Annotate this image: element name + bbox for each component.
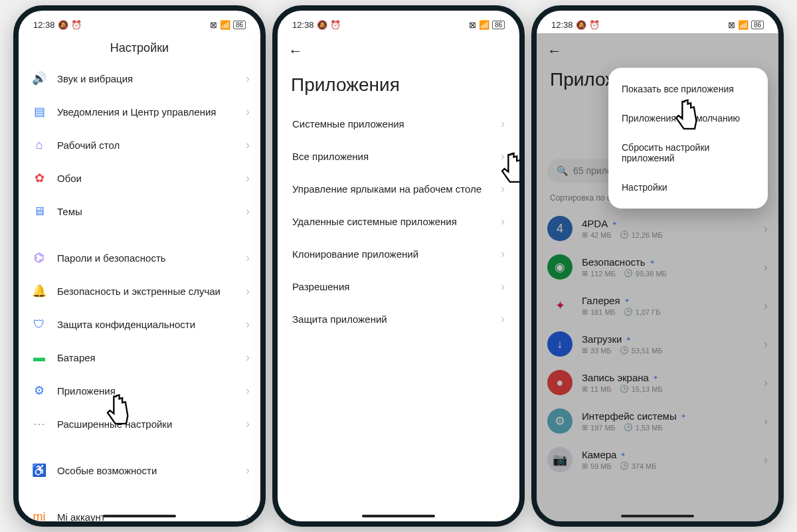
row-icon: ▤ [31,103,48,120]
row-icon: ⚙ [31,382,48,399]
status-time: 12:38 [33,20,55,30]
settings-row[interactable]: 🛡Защита конфиденциальности› [21,308,258,341]
status-bar: 12:38 🔕 ⏰ ⊠ 📶 86 [19,11,260,33]
row-icon: 🛡 [31,315,48,333]
row-icon: ⋯ [31,415,48,432]
row-label: Рабочий стол [57,139,246,151]
chevron-right-icon: › [246,317,250,331]
row-label: Звук и вибрация [57,73,246,84]
apps-submenu-row[interactable]: Все приложения› [282,140,515,173]
menu-item[interactable]: Сбросить настройки приложений [608,133,768,173]
status-bar: 12:38 🔕 ⏰ ⊠ 📶 86 [278,11,519,33]
status-time: 12:38 [551,20,573,30]
menu-item[interactable]: Приложения по умолчанию [608,104,768,133]
row-icon: mi [31,508,48,521]
wifi-icon: 📶 [479,20,489,30]
row-label: Управление ярлыками на рабочем столе [292,183,482,195]
apps-submenu-row[interactable]: Системные приложения› [282,108,515,140]
settings-row[interactable]: ⌂Рабочий стол› [21,128,258,161]
row-label: Удаленные системные приложения [292,216,457,227]
home-indicator[interactable] [621,515,694,517]
settings-row[interactable]: miMi аккаунт› [21,500,258,521]
vowifi-icon: ⊠ [210,20,217,30]
chevron-right-icon: › [501,312,505,326]
battery-icon: 86 [751,21,764,29]
chevron-right-icon: › [501,215,505,228]
chevron-right-icon: › [501,280,505,294]
wifi-icon: 📶 [738,20,749,30]
row-icon: ⌂ [31,136,48,153]
menu-item[interactable]: Настройки [608,173,768,202]
row-icon: ✿ [31,169,48,187]
row-label: Обои [57,173,246,184]
chevron-right-icon: › [246,171,250,185]
settings-row[interactable]: ♿Особые возможности› [21,454,258,487]
chevron-right-icon: › [501,149,505,163]
settings-row[interactable]: 🖥Темы› [21,195,258,228]
back-button[interactable]: ← [288,43,303,59]
menu-item[interactable]: Показать все приложения [608,74,768,104]
battery-icon: 86 [233,21,246,29]
status-bar: 12:38 🔕 ⏰ ⊠ 📶 86 [537,11,778,33]
settings-row[interactable]: 🔔Безопасность и экстренные случаи› [21,274,258,308]
apps-submenu-row[interactable]: Защита приложений› [282,303,515,335]
phone-frame-1: 12:38 🔕 ⏰ ⊠ 📶 86 Настройки 🔊Звук и вибра… [13,5,266,527]
page-title: Приложения [278,65,519,108]
row-label: Защита конфиденциальности [57,319,246,330]
status-time: 12:38 [292,20,314,30]
chevron-right-icon: › [246,72,250,86]
settings-row[interactable]: ⋯Расширенные настройки› [21,407,258,440]
vowifi-icon: ⊠ [469,20,476,30]
home-indicator[interactable] [362,515,435,517]
row-label: Темы [57,206,246,217]
settings-row[interactable]: ⌬Пароли и безопасность› [21,241,258,274]
row-label: Пароли и безопасность [57,252,246,264]
row-label: Системные приложения [292,118,404,130]
row-label: Разрешения [292,281,349,292]
chevron-right-icon: › [246,464,250,478]
apps-submenu-row[interactable]: Клонирование приложений› [282,238,515,270]
settings-row[interactable]: 🔊Звук и вибрация› [21,62,258,95]
row-icon: 🖥 [31,203,48,220]
row-label: Все приложения [292,151,369,162]
alarm-icon: ⏰ [71,20,82,30]
settings-row[interactable]: ▬Батарея› [21,341,258,374]
chevron-right-icon: › [246,205,250,219]
chevron-right-icon: › [246,417,250,431]
row-label: Уведомления и Центр управления [57,106,246,118]
row-label: Защита приложений [292,313,387,325]
vowifi-icon: ⊠ [728,20,735,30]
apps-submenu-row[interactable]: Управление ярлыками на рабочем столе› [282,173,515,205]
battery-icon: 86 [492,21,505,29]
phone-frame-2: 12:38 🔕 ⏰ ⊠ 📶 86 ← Приложения Системные … [272,5,525,527]
row-label: Безопасность и экстренные случаи [57,286,246,297]
apps-submenu-screen: ← Приложения Системные приложения›Все пр… [278,33,519,521]
alarm-icon: ⏰ [589,20,600,30]
chevron-right-icon: › [246,510,250,522]
home-indicator[interactable] [103,515,176,517]
page-title: Настройки [19,33,260,60]
row-icon: ♿ [31,462,48,479]
settings-screen: Настройки 🔊Звук и вибрация›▤Уведомления … [19,33,260,521]
chevron-right-icon: › [246,105,250,119]
chevron-right-icon: › [246,384,250,398]
chevron-right-icon: › [501,247,505,261]
settings-row[interactable]: ⚙Приложения› [21,374,258,407]
row-label: Приложения [57,385,246,397]
row-label: Батарея [57,352,246,363]
notif-silence-icon: 🔕 [576,20,586,30]
row-icon: ⌬ [31,249,48,266]
settings-row[interactable]: ✿Обои› [21,161,258,195]
chevron-right-icon: › [246,138,250,152]
row-label: Особые возможности [57,465,246,476]
wifi-icon: 📶 [220,20,230,30]
row-icon: 🔔 [31,282,48,300]
apps-list-screen: ← Приложения 🗑 Удаление 🔍 65 приложений … [537,33,778,521]
settings-row[interactable]: ▤Уведомления и Центр управления› [21,95,258,128]
apps-submenu-row[interactable]: Удаленные системные приложения› [282,205,515,238]
overflow-menu: Показать все приложенияПриложения по умо… [608,68,768,209]
chevron-right-icon: › [246,284,250,298]
chevron-right-icon: › [246,251,250,265]
chevron-right-icon: › [246,351,250,365]
apps-submenu-row[interactable]: Разрешения› [282,270,515,303]
